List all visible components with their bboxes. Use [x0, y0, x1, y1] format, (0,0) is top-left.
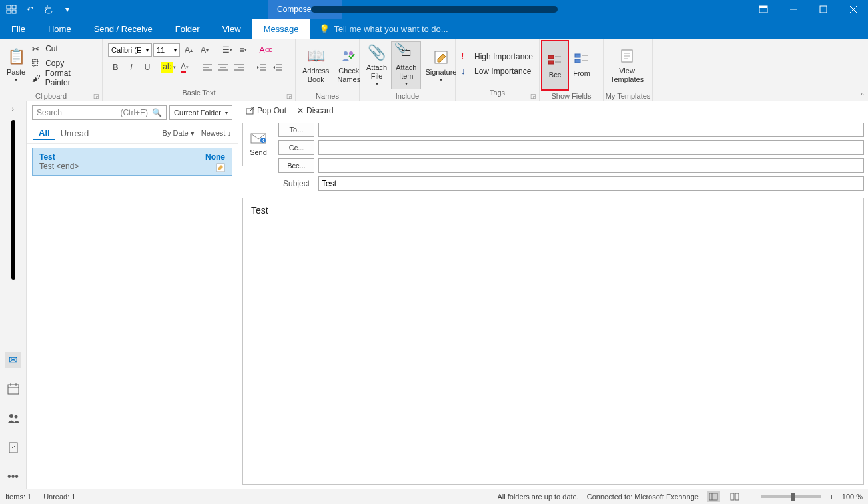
message-item[interactable]: Test None Test <end>: [32, 148, 232, 176]
qat-customize-icon[interactable]: ▾: [60, 2, 75, 17]
clear-formatting-button[interactable]: A⌫: [258, 43, 273, 57]
cc-input[interactable]: [318, 140, 864, 155]
draft-indicator-icon: [216, 163, 225, 172]
bullets-button[interactable]: ☰▾: [220, 43, 234, 57]
close-button[interactable]: [838, 0, 868, 19]
format-painter-button[interactable]: 🖌Format Painter: [29, 71, 99, 85]
paste-button[interactable]: 📋 Paste ▾: [3, 41, 29, 89]
tab-view[interactable]: View: [211, 19, 252, 39]
to-button[interactable]: To...: [278, 123, 314, 137]
tab-folder[interactable]: Folder: [164, 19, 211, 39]
tab-send-receive[interactable]: Send / Receive: [83, 19, 164, 39]
filter-all[interactable]: All: [33, 126, 55, 140]
sort-order-button[interactable]: Newest ↓: [201, 129, 231, 138]
folder-scrollbar[interactable]: [11, 120, 15, 280]
bcc-button[interactable]: Bcc: [542, 41, 568, 89]
maximize-button[interactable]: [808, 0, 838, 19]
navigation-rail: › ✉ •••: [0, 101, 27, 489]
send-icon: [250, 132, 267, 144]
touch-mode-icon[interactable]: [41, 2, 56, 17]
low-importance-button[interactable]: ↓Low Importance: [458, 64, 534, 79]
svg-point-28: [349, 51, 353, 55]
tab-home[interactable]: Home: [37, 19, 83, 39]
tab-file[interactable]: File: [0, 19, 37, 39]
check-names-icon: [340, 47, 358, 65]
tab-message[interactable]: Message: [252, 19, 310, 39]
tell-me-search[interactable]: 💡 Tell me what you want to do...: [310, 19, 448, 39]
bcc-input[interactable]: [318, 158, 864, 173]
clipboard-group-label: Clipboard◲: [0, 92, 102, 101]
highlight-button[interactable]: ab▾: [161, 60, 176, 75]
bold-button[interactable]: B: [108, 60, 123, 75]
font-size-select[interactable]: 11▾: [153, 43, 180, 57]
font-color-button[interactable]: A▾: [177, 60, 192, 75]
align-center-button[interactable]: [216, 60, 230, 75]
paperclip-icon: 📎: [368, 43, 386, 62]
italic-button[interactable]: I: [124, 60, 139, 75]
status-bar: Items: 1 Unread: 1 All folders are up to…: [0, 489, 868, 504]
sort-by-button[interactable]: By Date ▾: [163, 129, 195, 138]
tasks-icon[interactable]: [5, 439, 21, 455]
send-button[interactable]: Send: [242, 123, 274, 166]
shrink-font-button[interactable]: A▾: [197, 43, 212, 57]
subject-input[interactable]: [318, 176, 864, 191]
tags-dialog-launcher[interactable]: ◲: [530, 93, 536, 99]
attach-file-button[interactable]: 📎 Attach File▾: [362, 41, 391, 89]
attach-item-button[interactable]: 📎 🗀 Attach Item▾: [391, 41, 421, 89]
cc-button[interactable]: Cc...: [278, 140, 314, 155]
discard-button[interactable]: ✕ Discard: [297, 106, 334, 115]
align-left-button[interactable]: [200, 60, 215, 75]
message-preview: Test <end>: [39, 162, 225, 171]
title-bar: ↶ ▾ Compose Tools: [0, 0, 868, 19]
message-body[interactable]: Test: [242, 198, 864, 485]
from-button[interactable]: From: [569, 40, 594, 88]
group-clipboard: 📋 Paste ▾ ✂Cut ⿻Copy 🖌Format Painter Cli…: [0, 39, 103, 101]
zoom-in-button[interactable]: +: [829, 493, 833, 501]
search-scope-select[interactable]: Current Folder ▾: [169, 105, 232, 120]
grow-font-button[interactable]: A▴: [181, 43, 196, 57]
collapse-ribbon-button[interactable]: ^: [861, 92, 864, 99]
cut-button[interactable]: ✂Cut: [29, 41, 99, 56]
bcc-field-button[interactable]: Bcc...: [278, 158, 314, 173]
font-family-select[interactable]: Calibri (E▾: [108, 43, 152, 57]
lightbulb-icon: 💡: [319, 24, 330, 34]
undo-icon[interactable]: ↶: [23, 2, 37, 17]
qat-all-folders-icon[interactable]: [4, 2, 19, 17]
attach-file-label: Attach File: [366, 63, 387, 81]
people-icon[interactable]: [5, 410, 21, 426]
increase-indent-button[interactable]: [270, 60, 285, 75]
format-painter-label: Format Painter: [45, 69, 97, 87]
view-reading-button[interactable]: [728, 491, 741, 502]
underline-button[interactable]: U: [140, 60, 155, 75]
message-date: None: [205, 152, 225, 162]
align-right-button[interactable]: [232, 60, 246, 75]
address-book-label: Address Book: [302, 67, 329, 84]
calendar-icon[interactable]: [5, 381, 21, 397]
zoom-out-button[interactable]: −: [749, 493, 753, 501]
more-nav-icon[interactable]: •••: [5, 469, 21, 485]
to-input[interactable]: [318, 123, 864, 137]
pop-out-button[interactable]: Pop Out: [245, 106, 286, 115]
basictext-dialog-launcher[interactable]: ◲: [286, 93, 292, 99]
expand-folder-pane-button[interactable]: ›: [12, 105, 14, 117]
address-book-button[interactable]: 📖 Address Book: [298, 41, 333, 89]
mail-icon[interactable]: ✉: [5, 352, 21, 368]
minimize-button[interactable]: [778, 0, 808, 19]
search-icon[interactable]: 🔍: [152, 108, 162, 117]
signature-button[interactable]: Signature▾: [421, 41, 460, 89]
clipboard-dialog-launcher[interactable]: ◲: [93, 93, 99, 99]
view-normal-button[interactable]: [707, 491, 720, 502]
high-importance-button[interactable]: !High Importance: [458, 49, 536, 64]
view-templates-button[interactable]: View Templates: [606, 41, 648, 89]
search-input[interactable]: Search (Ctrl+E) 🔍: [32, 105, 167, 120]
ribbon-display-icon[interactable]: [748, 0, 778, 19]
numbering-button[interactable]: ≡▾: [236, 43, 250, 57]
filter-unread[interactable]: Unread: [55, 127, 95, 140]
clipboard-icon: 📋: [7, 48, 25, 67]
search-shortcut-label: (Ctrl+E): [120, 108, 148, 117]
svg-rect-30: [548, 55, 554, 59]
paste-label: Paste: [7, 68, 25, 77]
decrease-indent-button[interactable]: [254, 60, 269, 75]
zoom-slider[interactable]: [761, 495, 821, 498]
svg-rect-1: [12, 5, 16, 9]
